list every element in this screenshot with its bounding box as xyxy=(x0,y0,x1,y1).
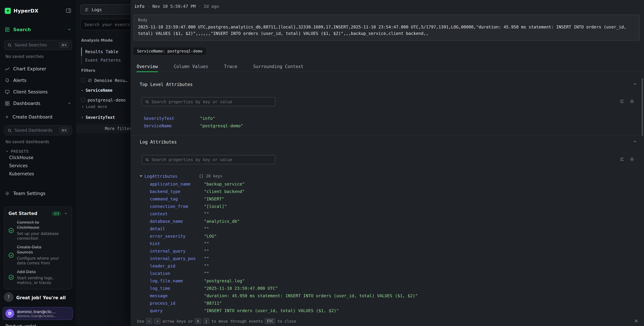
attribute-value[interactable]: "2025-11-10 23:59:47.000 UTC" xyxy=(204,285,278,291)
log-attributes-toggle[interactable]: LogAttributes xyxy=(140,173,199,179)
denoise-checkbox[interactable] xyxy=(81,78,85,82)
attribute-key[interactable]: log_time xyxy=(150,285,204,291)
get-started-item[interactable]: Add Data Start sending logs, metrics, or… xyxy=(8,269,68,285)
preset-clickhouse[interactable]: ClickHouse xyxy=(0,154,76,162)
collapse-section-icon[interactable] xyxy=(632,139,637,144)
attribute-value[interactable]: "INSERT INTO orders (user_id, total) VAL… xyxy=(204,308,339,313)
service-name-chip[interactable]: ServiceName: postgresql-demo xyxy=(134,47,206,55)
facet-servicename-toggle[interactable]: ServiceName xyxy=(80,88,112,93)
collapse-sidebar-icon[interactable] xyxy=(66,8,71,14)
sidebar-item-client-sessions[interactable]: Client Sessions xyxy=(0,86,76,98)
facet-severitytext-toggle[interactable]: SeverityText xyxy=(80,115,115,120)
tab-surrounding-context[interactable]: Surrounding Context xyxy=(253,62,304,72)
attribute-value[interactable]: "" xyxy=(204,241,209,246)
severity-text: info xyxy=(134,4,144,9)
filters-label: Filters xyxy=(81,68,95,73)
top-level-search-input[interactable] xyxy=(152,99,272,104)
attribute-value[interactable]: "" xyxy=(204,211,209,216)
preset-kubernetes[interactable]: Kubernetes xyxy=(0,170,76,178)
tab-column-values[interactable]: Column Values xyxy=(174,62,208,72)
attribute-value[interactable]: "analytics_db" xyxy=(204,218,240,224)
get-started-header[interactable]: Get Started 3/3 xyxy=(8,211,68,216)
attribute-value[interactable]: "backup_service" xyxy=(204,181,245,186)
footer-arrows-text: arrow keys or xyxy=(162,319,193,323)
attribute-key[interactable]: ServiceName xyxy=(144,123,200,128)
brand-name: HyperDX xyxy=(14,8,63,13)
presets-toggle[interactable]: PRESETS xyxy=(6,149,71,154)
help-button[interactable]: ? xyxy=(4,292,13,302)
load-more-button[interactable]: Load more xyxy=(81,104,107,109)
preset-services[interactable]: Services xyxy=(0,162,76,170)
attribute-value[interactable]: "" xyxy=(204,271,209,276)
attribute-value[interactable]: "" xyxy=(204,226,209,231)
attribute-key[interactable]: application_name xyxy=(150,181,204,186)
sidebar-item-search[interactable]: Search xyxy=(0,24,76,35)
attribute-value[interactable]: "" xyxy=(204,263,209,268)
get-started-item[interactable]: Create Data Sources Configure where your… xyxy=(8,245,68,265)
chevron-right-icon xyxy=(81,105,84,108)
no-saved-dashboards-note: No saved dashboards xyxy=(6,139,71,144)
tab-overview[interactable]: Overview xyxy=(137,62,158,72)
sidebar-item-dashboards[interactable]: Dashboards xyxy=(0,98,76,109)
attribute-key[interactable]: hint xyxy=(150,241,204,246)
attribute-value[interactable]: "" xyxy=(204,248,209,253)
attribute-key[interactable]: connection_from xyxy=(150,204,204,209)
close-icon[interactable] xyxy=(634,318,638,323)
attribute-key[interactable]: location xyxy=(150,271,204,276)
attribute-key[interactable]: process_id xyxy=(150,300,204,305)
user-menu[interactable]: D dominic.tran@clic... dominic.tran@clic… xyxy=(3,307,73,320)
attribute-value[interactable]: "duration: 45.950 ms statement: INSERT I… xyxy=(204,293,418,298)
footer-close-text: to close xyxy=(278,319,296,323)
scrollbar-thumb[interactable] xyxy=(642,78,643,136)
attribute-value[interactable]: "info" xyxy=(200,116,215,121)
list-options-icon[interactable] xyxy=(620,157,625,162)
attribute-value[interactable]: "postgresql-demo" xyxy=(200,123,243,128)
gear-icon[interactable] xyxy=(630,99,634,104)
service-checkbox[interactable] xyxy=(81,98,85,102)
denoise-icon xyxy=(88,78,92,82)
sidebar-item-alerts[interactable]: Alerts xyxy=(0,75,76,86)
attribute-key[interactable]: SeverityText xyxy=(144,116,200,121)
tab-trace[interactable]: Trace xyxy=(224,62,237,72)
log-attribute-row: error_severity"LOG" xyxy=(150,232,217,240)
attribute-value[interactable]: "88711" xyxy=(204,300,222,305)
attribute-key[interactable]: error_severity xyxy=(150,233,204,238)
attribute-key[interactable]: database_name xyxy=(150,218,204,224)
attribute-key[interactable]: message xyxy=(150,293,204,298)
saved-dashboards-input[interactable]: Saved Dashboards ⌘K xyxy=(4,125,72,135)
log-attributes-title: Log Attributes xyxy=(140,139,177,145)
attribute-value[interactable]: "client backend" xyxy=(204,189,245,194)
create-dashboard-button[interactable]: Create Dashboard xyxy=(0,111,76,123)
attribute-key[interactable]: internal_query xyxy=(150,248,204,253)
attribute-key[interactable]: leader_pid xyxy=(150,263,204,268)
denoise-filter[interactable]: Denoise Results xyxy=(81,77,128,83)
gear-icon[interactable] xyxy=(630,157,634,162)
attribute-value[interactable]: "LOG" xyxy=(204,233,217,238)
source-selector-button[interactable]: Logs xyxy=(80,5,132,15)
attribute-key[interactable]: internal_query_pos xyxy=(150,256,204,261)
sidebar-item-label: Alerts xyxy=(13,78,71,83)
top-level-attribute-row: SeverityText "info" xyxy=(144,114,215,122)
get-started-item[interactable]: Connect to ClickHouse Set up your databa… xyxy=(8,220,68,241)
attribute-value[interactable]: "postgresql.log" xyxy=(204,278,245,283)
attribute-key[interactable]: command_tag xyxy=(150,196,204,201)
attribute-value[interactable]: "INSERT" xyxy=(204,196,224,201)
body-text[interactable]: 2025-11-10 23:59:47.000 UTC,postgres,ana… xyxy=(138,24,635,37)
sidebar-item-team-settings[interactable]: Team Settings xyxy=(0,188,76,199)
saved-searches-input[interactable]: Saved Searches ⌘K xyxy=(4,40,72,50)
attribute-key[interactable]: backend_type xyxy=(150,189,204,194)
get-started-item-desc: Set up your database connection xyxy=(17,231,67,241)
list-options-icon[interactable] xyxy=(620,99,625,104)
attribute-key[interactable]: context xyxy=(150,211,204,216)
attribute-key[interactable]: log.file.name xyxy=(150,278,204,283)
attribute-key[interactable]: query xyxy=(150,308,204,313)
get-started-item-title: Connect to ClickHouse xyxy=(17,220,57,230)
sidebar-item-chart-explorer[interactable]: Chart Explorer xyxy=(0,63,76,75)
service-value-filter[interactable]: postgresql-demo xyxy=(81,97,126,103)
log-attributes-search-input[interactable] xyxy=(152,157,272,162)
attribute-value[interactable]: "[local]" xyxy=(204,204,227,209)
attribute-key[interactable]: detail xyxy=(150,226,204,231)
get-started-item-title: Create Data Sources xyxy=(17,245,57,255)
collapse-section-icon[interactable] xyxy=(632,82,637,86)
attribute-value[interactable]: "" xyxy=(204,256,209,261)
